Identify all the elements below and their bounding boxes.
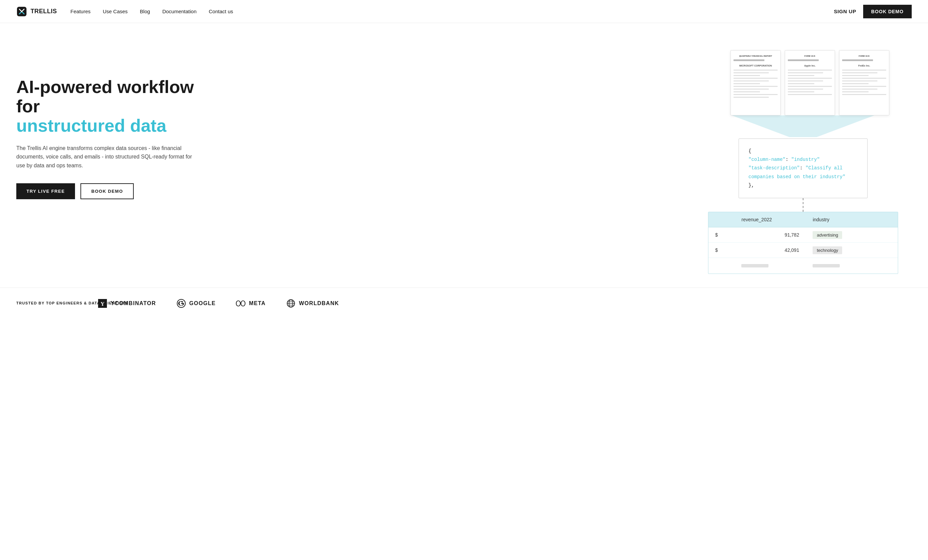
sql-table-wrapper: revenue_2022 industry $ 91,782 advertisi… — [708, 212, 898, 274]
meta-name: META — [249, 301, 266, 307]
doc3-company: FedEx Inc. — [842, 64, 886, 67]
json-key2: "task-description" — [748, 165, 800, 171]
nav-left: TRELLIS Features Use Cases Blog Document… — [16, 6, 233, 17]
json-brace-open: { — [748, 147, 858, 156]
nav-logo[interactable]: TRELLIS — [16, 6, 57, 17]
ycombinator-name: YCOMBINATOR — [111, 301, 156, 307]
table-col-industry: industry — [806, 212, 876, 227]
svg-marker-2 — [732, 115, 875, 137]
row2-extra — [876, 242, 898, 258]
book-demo-nav-button[interactable]: BOOK DEMO — [863, 5, 912, 18]
dotted-connector-line — [803, 198, 803, 212]
trusted-label: TRUSTED BY TOP ENGINEERS & DATA SCIENTIS… — [16, 301, 77, 306]
hero-ctas: TRY LIVE FREE BOOK DEMO — [16, 183, 206, 199]
row1-tag: advertising — [806, 227, 876, 242]
trusted-logos: Y YCOMBINATOR GOOGLE — [98, 299, 912, 308]
hero-diagram-container: QUARTERLY FINANCIAL REPORT MICROSOFT COR… — [694, 50, 912, 274]
svg-point-1 — [21, 11, 22, 12]
try-live-free-button[interactable]: TRY LIVE FREE — [16, 183, 75, 199]
row2-value: 42,091 — [734, 242, 806, 258]
ph-value — [734, 258, 806, 273]
nav-link-blog[interactable]: Blog — [140, 9, 150, 14]
table-row-placeholder — [708, 258, 898, 273]
hero-diagram: QUARTERLY FINANCIAL REPORT MICROSOFT COR… — [694, 50, 912, 274]
row1-dollar: $ — [708, 227, 734, 242]
hero-section: AI-powered workflow for unstructured dat… — [0, 23, 928, 287]
meta-icon — [236, 299, 246, 308]
row1-extra — [876, 227, 898, 242]
nav-link-features[interactable]: Features — [70, 9, 91, 14]
nav-links: Features Use Cases Blog Documentation Co… — [70, 9, 233, 15]
table-row: $ 91,782 advertising — [708, 227, 898, 242]
navbar: TRELLIS Features Use Cases Blog Document… — [0, 0, 928, 23]
logo-worldbank: WORLDBANK — [286, 299, 339, 308]
signup-button[interactable]: SIGN UP — [834, 9, 856, 14]
ph-dollar — [708, 258, 734, 273]
table-col-extra — [876, 212, 898, 227]
svg-text:Y: Y — [101, 301, 105, 307]
doc-card-3: FORM 10-K FedEx Inc. — [839, 50, 889, 115]
logo-google: GOOGLE — [177, 299, 216, 308]
hero-description: The Trellis AI engine transforms complex… — [16, 144, 193, 170]
sql-table: revenue_2022 industry $ 91,782 advertisi… — [708, 212, 898, 273]
ph-extra — [876, 258, 898, 273]
json-key1: "column-name" — [748, 157, 785, 162]
nav-logo-text: TRELLIS — [31, 8, 57, 15]
nav-link-contact[interactable]: Contact us — [209, 9, 233, 14]
doc-card-1: QUARTERLY FINANCIAL REPORT MICROSOFT COR… — [730, 50, 781, 115]
logo-ycombinator: Y YCOMBINATOR — [98, 299, 156, 308]
json-brace-close: }, — [748, 181, 858, 190]
hero-title-line1: AI-powered workflow for — [16, 77, 194, 116]
nav-link-documentation[interactable]: Documentation — [162, 9, 197, 14]
trellis-logo-icon — [16, 6, 27, 17]
doc-card-2: FORM 10-K Apple Inc. — [785, 50, 835, 115]
json-line-key2: "task-description": "Classify all compan… — [748, 164, 858, 181]
hero-title: AI-powered workflow for unstructured dat… — [16, 77, 206, 136]
ph-tag — [806, 258, 876, 273]
hero-left: AI-powered workflow for unstructured dat… — [16, 50, 206, 199]
table-row: $ 42,091 technology — [708, 242, 898, 258]
row2-tag: technology — [806, 242, 876, 258]
worldbank-name: WORLDBANK — [299, 301, 339, 307]
book-demo-hero-button[interactable]: BOOK DEMO — [81, 183, 134, 199]
google-icon — [177, 299, 186, 308]
doc1-company: MICROSOFT CORPORATION — [734, 64, 778, 67]
trusted-section: TRUSTED BY TOP ENGINEERS & DATA SCIENTIS… — [0, 287, 928, 319]
hero-title-highlight: unstructured data — [16, 116, 166, 136]
worldbank-icon — [286, 299, 296, 308]
doc3-title: FORM 10-K — [842, 55, 886, 57]
svg-point-6 — [236, 301, 240, 306]
svg-point-7 — [241, 301, 245, 306]
table-col-dollar — [708, 212, 734, 227]
funnel-shape — [722, 115, 885, 139]
table-header-row: revenue_2022 industry — [708, 212, 898, 227]
json-config-box: { "column-name": "industry" "task-descri… — [739, 139, 868, 198]
document-cards: QUARTERLY FINANCIAL REPORT MICROSOFT COR… — [717, 50, 889, 115]
nav-right: SIGN UP BOOK DEMO — [834, 5, 912, 18]
logo-meta: META — [236, 299, 266, 308]
table-col-revenue: revenue_2022 — [734, 212, 806, 227]
google-name: GOOGLE — [189, 301, 216, 307]
json-line-key1: "column-name": "industry" — [748, 156, 858, 164]
doc2-title: FORM 10-K — [788, 55, 832, 57]
doc1-title: QUARTERLY FINANCIAL REPORT — [734, 55, 778, 57]
row2-dollar: $ — [708, 242, 734, 258]
nav-link-usecases[interactable]: Use Cases — [103, 9, 128, 14]
json-val1: "industry" — [791, 157, 820, 162]
ycombinator-icon: Y — [98, 299, 107, 308]
doc2-company: Apple Inc. — [788, 64, 832, 67]
row1-value: 91,782 — [734, 227, 806, 242]
